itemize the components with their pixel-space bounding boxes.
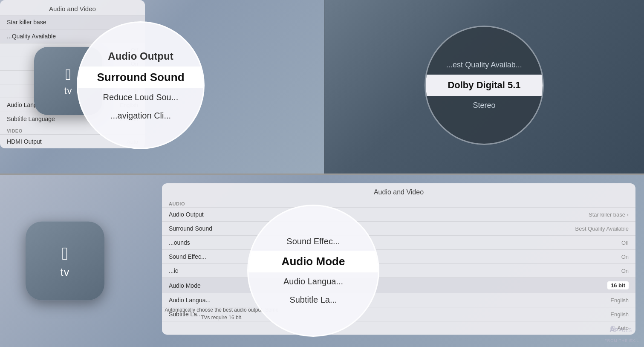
row-label: Audio Output [169, 211, 204, 218]
row-value: Star killer base › [589, 211, 629, 218]
row-value: 16 bit [607, 281, 629, 289]
tv-label-bottom: tv [60, 266, 69, 279]
row-label: Sound Effec... [169, 253, 206, 260]
circle-item-best-quality[interactable]: ...est Quality Availab... [426, 55, 543, 75]
settings-title: Audio and Video [0, 0, 145, 15]
menu-item-reduce-loud[interactable]: Reduce Loud Sou... [78, 88, 203, 107]
bottom-row-music[interactable]: ...ic On [162, 263, 635, 278]
apple-logo-icon:  [65, 66, 71, 84]
row-value: On [621, 254, 629, 260]
row-label: Subtitle Language [7, 116, 55, 122]
audio-section-label: AUDIO [162, 199, 635, 207]
panel-top-left:  tv Audio and Video Star killer base › … [0, 0, 324, 174]
row-label: Audio Langua... [169, 297, 211, 304]
bottom-row-audio-lang[interactable]: Audio Langua... English [162, 293, 635, 307]
bottom-row-sound-effects[interactable]: Sound Effec... On [162, 249, 635, 263]
row-value: English [610, 311, 629, 318]
apple-tv-icon-bottom:  tv [26, 222, 104, 301]
circle-item-dolby[interactable]: Dolby Digital 5.1 [426, 75, 543, 96]
bottom-row-surround[interactable]: Surround Sound Best Quality Available [162, 221, 635, 235]
row-label: Star killer base [7, 19, 46, 26]
circle-item-stereo[interactable]: Stereo [426, 96, 543, 115]
row-label: Surround Sound [169, 225, 212, 232]
bottom-settings-title: Audio and Video [162, 183, 635, 199]
row-value: Best Quality Available [575, 226, 629, 232]
menu-item-surround-sound[interactable]: Surround Sound [78, 67, 203, 88]
panel-bottom:  tv Audio and Video AUDIO Audio Output … [0, 174, 644, 347]
circle-item-sound-effects[interactable]: Sound Effec... [248, 232, 378, 251]
row-label: ...ic [169, 267, 178, 274]
circle-item-audio-mode[interactable]: Audio Mode [248, 251, 378, 272]
tv-label: tv [64, 85, 72, 96]
circle-item-audio-language[interactable]: Audio Langua... [248, 272, 378, 291]
menu-item-audio-output[interactable]: Audio Output [78, 46, 203, 67]
row-value: Off [621, 240, 629, 246]
audio-mode-circle: Sound Effec... Audio Mode Audio Langua..… [247, 205, 379, 337]
menu-circle-overlay: Audio Output Surround Sound Reduce Loud … [77, 21, 205, 149]
surround-sound-circle: ...est Quality Availab... Dolby Digital … [425, 26, 544, 145]
row-label: ...ounds [169, 239, 190, 246]
row-value: On [621, 268, 629, 274]
bottom-row-auto[interactable]: Auto [162, 321, 635, 335]
watermark-text: FROM THE EX... [604, 338, 640, 343]
circle-item-subtitle[interactable]: Subtitle La... [248, 291, 378, 309]
menu-item-navigation[interactable]: ...avigation Cli... [78, 107, 203, 125]
watermark-logo: A PPULS [605, 321, 639, 338]
apple-logo-icon-bottom:  [62, 243, 68, 264]
panel-top-right: ...est Quality Availab... Dolby Digital … [324, 0, 644, 174]
row-label: ...Quality Available [7, 33, 56, 40]
row-label: HDMI Output [7, 138, 42, 145]
bottom-row-sounds[interactable]: ...ounds Off [162, 235, 635, 249]
row-label: Audio Mode [169, 282, 201, 289]
row-value: English [610, 297, 629, 304]
watermark: A PPULS FROM THE EX... [604, 321, 640, 343]
bottom-row-audio-output[interactable]: Audio Output Star killer base › [162, 207, 635, 221]
svg-text:PPULS: PPULS [615, 327, 632, 333]
bottom-row-audio-mode[interactable]: Audio Mode 16 bit [162, 278, 635, 293]
